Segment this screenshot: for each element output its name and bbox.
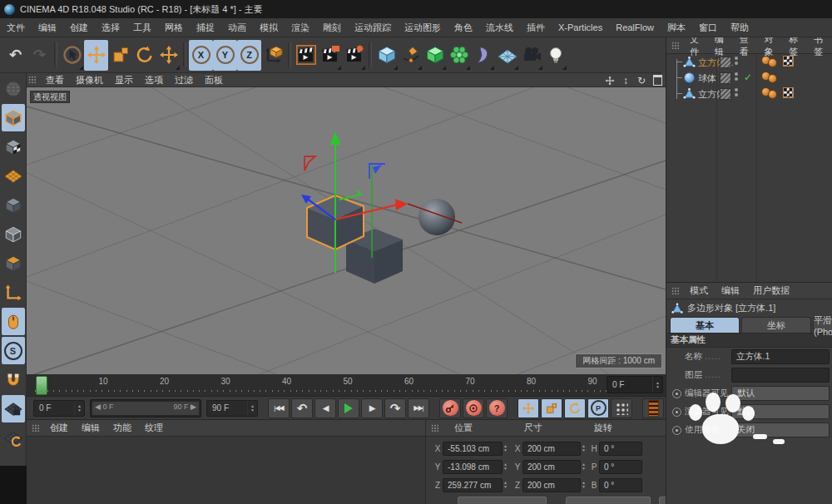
timeline-ruler[interactable]: 0 F ▲▼ 0102030405060708090 [27,374,666,397]
goto-previous-frame-button[interactable]: ◀ [314,398,336,418]
add-primitive-cube-button[interactable] [374,40,399,71]
object-name[interactable]: 球体 [698,72,716,85]
coord-value-field[interactable]: 200 cm [522,442,581,456]
play-button[interactable] [338,398,359,418]
apply-button[interactable] [659,497,666,504]
render-view-button[interactable] [294,40,318,71]
material-tag-icon[interactable] [761,72,777,82]
motion-clip-button[interactable] [642,398,664,418]
add-light-button[interactable] [543,40,567,71]
coord-value-field[interactable]: 200 cm [522,460,581,474]
goto-start-button[interactable]: |◀◀ [268,398,290,418]
frame-end-field[interactable]: 90 F ▲▼ [206,400,258,417]
attribute-tab[interactable]: 基本 [670,317,740,333]
keyframe-radio-icon[interactable] [672,426,681,435]
menu-item[interactable]: 角色 [448,22,479,34]
field-input[interactable]: 立方体.1 [731,349,830,364]
coord-size-mode-button[interactable] [566,497,651,504]
coord-value-field[interactable]: 200 cm [522,478,581,492]
coord-mode-button[interactable] [458,497,547,504]
coord-value-field[interactable]: 0 ° [599,442,642,456]
viewport-rotate-icon[interactable]: ↻ [636,75,647,86]
menu-item[interactable]: 雕刻 [316,22,348,34]
redo-button[interactable]: ↷ [27,40,52,71]
coord-stepper[interactable]: ▲▼ [582,444,586,452]
lock-z-axis-button[interactable]: Z [237,40,261,71]
goto-end-button[interactable]: ▶▶| [408,398,429,418]
panel-grip-icon[interactable] [671,42,680,50]
goto-next-key-button[interactable]: ↷ [384,398,406,418]
add-floor-button[interactable] [495,40,519,71]
object-row[interactable]: 球体 ✓ [666,70,832,86]
texture-mode-button[interactable] [2,133,25,161]
menu-item[interactable]: 窗口 [692,22,724,34]
frame-start-stepper[interactable]: ▲▼ [74,401,84,416]
move-tool-button[interactable] [84,40,108,71]
menu-item[interactable]: 模拟 [253,22,285,34]
current-frame-field[interactable]: 0 F ▲▼ [607,376,663,393]
panel-grip-icon[interactable] [431,424,439,432]
frame-start-field[interactable]: 0 F ▲▼ [33,400,85,417]
model-mode-button[interactable] [2,104,25,131]
viewport-menu-item[interactable]: 面板 [199,74,229,86]
lock-y-axis-button[interactable]: Y [213,40,237,71]
menu-item[interactable]: 渲染 [285,22,316,34]
workplane-mode-button[interactable] [2,162,25,190]
menu-item[interactable]: 捕捉 [190,22,221,34]
menu-item[interactable]: X-Particles [552,22,609,32]
key-position-button[interactable] [518,398,539,418]
menu-item[interactable]: 文件 [0,22,32,34]
attribute-menu-item[interactable]: 编辑 [715,284,746,297]
keyframe-radio-icon[interactable] [672,389,681,398]
frame-stepper[interactable]: ▲▼ [652,377,662,393]
scale-tool-button[interactable] [108,40,132,71]
key-scale-button[interactable] [541,398,562,418]
field-dropdown[interactable]: 关闭 [731,422,830,437]
key-rotation-button[interactable] [564,398,586,418]
polygons-mode-button[interactable] [2,250,25,277]
frame-end-stepper[interactable]: ▲▼ [247,401,257,416]
add-spline-pen-button[interactable] [399,40,423,71]
add-camera-button[interactable] [519,40,543,71]
coord-stepper[interactable]: ▲▼ [582,462,586,471]
menu-item[interactable]: 动画 [221,22,253,34]
material-menu-item[interactable]: 纹理 [138,422,170,434]
lock-workplane-button[interactable] [2,395,25,422]
enabled-check-icon[interactable]: ✓ [744,72,752,83]
enable-snap-button[interactable]: S [2,337,25,364]
panel-grip-icon[interactable] [32,424,40,432]
attribute-tab[interactable]: 坐标 [741,317,811,333]
live-selection-button[interactable] [60,40,84,71]
points-mode-button[interactable] [2,191,25,219]
lock-x-axis-button[interactable]: X [189,40,213,71]
coord-stepper[interactable]: ▲▼ [582,481,586,489]
menu-item[interactable]: 创建 [63,22,95,34]
coordinate-system-button[interactable] [261,40,285,71]
material-tag-icon[interactable] [761,56,777,67]
edges-mode-button[interactable] [2,220,25,248]
field-input[interactable] [731,368,830,383]
render-picture-viewer-button[interactable] [318,40,342,71]
record-keyframe-button[interactable] [439,398,461,418]
coord-value-field[interactable]: -13.098 cm [443,460,503,474]
goto-previous-key-button[interactable]: ↶ [291,398,313,418]
viewport-menu-item[interactable]: 显示 [109,74,139,86]
attribute-menu-item[interactable]: 用户数据 [746,284,796,297]
layer-toggle[interactable] [720,57,731,68]
material-menu-item[interactable]: 编辑 [75,422,106,434]
visibility-dots[interactable] [735,72,738,81]
enable-axis-modification-button[interactable] [2,279,25,306]
add-subdivision-surface-button[interactable] [423,40,447,71]
material-menu-item[interactable]: 创建 [43,422,75,434]
menu-item[interactable]: 脚本 [661,22,692,34]
coord-value-field[interactable]: -55.103 cm [443,442,503,456]
uvw-tag-icon[interactable] [783,56,794,67]
history-sphere-button[interactable] [2,75,25,102]
coord-stepper[interactable]: ▲▼ [503,444,508,452]
keyframe-radio-icon[interactable] [672,408,681,417]
field-dropdown[interactable]: 默认 [731,404,830,419]
add-generator-button[interactable] [447,40,471,71]
visibility-dots[interactable] [735,88,738,96]
menu-item[interactable]: 帮助 [724,22,755,34]
keyframe-selection-button[interactable]: ? [486,398,508,418]
